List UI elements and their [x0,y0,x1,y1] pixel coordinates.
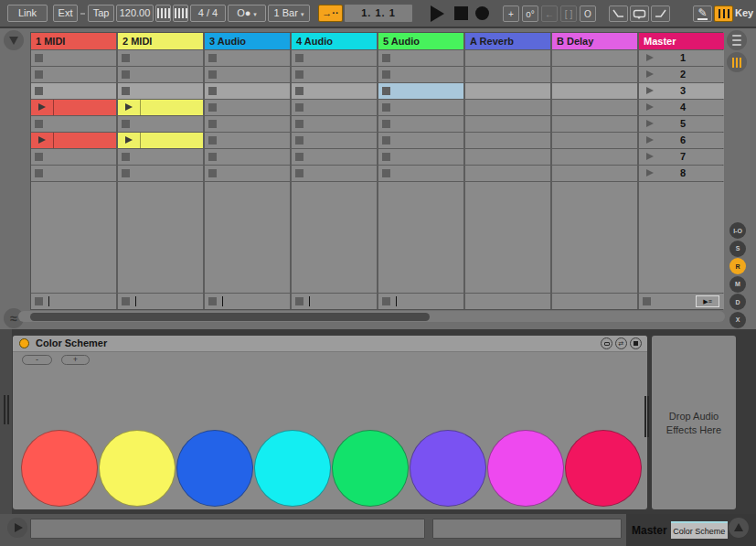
stop-all-clips-button[interactable]: ▶≡ [696,295,719,307]
key-map-button[interactable]: Key [735,7,753,18]
clip-slot[interactable] [205,116,290,132]
browser-toggle[interactable] [4,30,24,50]
clip-slot[interactable] [465,67,550,82]
clip-slot[interactable] [552,149,637,165]
scene-slot[interactable]: 2 [639,67,724,82]
scene-slot[interactable]: 4 [639,100,724,115]
clip-slot[interactable] [118,50,203,66]
color-circle[interactable] [254,430,331,507]
scene-slot[interactable]: 8 [639,166,724,181]
clip-slot[interactable] [31,50,116,66]
color-circle[interactable] [176,430,253,507]
toggle-x[interactable]: X [729,312,746,328]
clip-slot[interactable] [292,116,377,132]
clip-slot[interactable] [465,166,550,181]
clip-slot[interactable] [552,67,637,82]
tap-tempo-button[interactable]: Tap [88,5,114,22]
device-chain-item[interactable]: Color Scheme [671,521,728,539]
clip-slot[interactable] [552,50,637,66]
metronome-button[interactable]: O●▾ [228,5,266,22]
clip-slot[interactable] [118,100,203,115]
scene-slot[interactable]: 5 [639,116,724,132]
clip-slot[interactable] [378,83,463,99]
clip-slot[interactable] [292,149,377,165]
link-button[interactable]: Link [7,5,48,22]
clip-launch-button[interactable] [118,133,141,148]
detail-view-toggle[interactable] [729,518,749,538]
clip-slot[interactable] [378,133,463,148]
scene-slot[interactable]: 7 [639,149,724,165]
track-header[interactable]: 5 Audio [378,33,463,49]
color-circle[interactable] [410,430,486,507]
clip-slot[interactable] [118,83,203,99]
record-button[interactable] [473,4,491,23]
horizontal-scrollbar[interactable] [30,313,430,321]
automation-arm-button[interactable]: o° [522,5,538,22]
clip-launch-button[interactable] [118,100,141,115]
info-view-toggle[interactable] [7,518,27,538]
follow-button[interactable]: →·· [318,5,343,22]
clip-slot[interactable] [118,133,203,148]
toggle-io[interactable]: I-O [729,222,746,239]
track-header[interactable]: 2 MIDI [118,33,203,49]
toggle-s[interactable]: S [729,241,746,257]
punch-in-button[interactable] [609,5,628,22]
clip-launch-button[interactable] [31,133,54,148]
clip-slot[interactable] [378,116,463,132]
clip-slot[interactable] [31,133,116,148]
clip-slot[interactable] [205,133,290,148]
session-record-button[interactable]: O [580,5,596,22]
time-signature-field[interactable]: 4 / 4 [190,5,226,22]
track-header[interactable]: B Delay [552,33,637,49]
clip-slot[interactable] [292,83,377,99]
clip-slot[interactable] [378,50,463,66]
toggle-m[interactable]: M [729,276,746,293]
capture-button[interactable]: [ ] [560,5,577,22]
clip-slot[interactable] [552,100,637,115]
clip-slot[interactable] [31,100,116,115]
loop-button[interactable] [630,5,649,22]
color-circle[interactable] [332,430,409,507]
scene-slot[interactable]: 3 [639,83,724,99]
punch-out-button[interactable] [651,5,670,22]
clip-slot[interactable] [552,166,637,181]
color-circle[interactable] [487,430,564,507]
clip-slot[interactable] [31,149,116,165]
nudge-down-button[interactable] [155,5,171,22]
clip-slot[interactable] [205,149,290,165]
stop-button[interactable] [452,4,470,23]
toggle-d[interactable]: D [729,294,746,310]
clip-slot[interactable] [378,100,463,115]
play-button[interactable] [426,4,448,23]
color-circle[interactable] [21,430,98,507]
track-header[interactable]: A Reverb [465,33,550,49]
clip-slot[interactable] [31,83,116,99]
clip-slot[interactable] [31,116,116,132]
track-header[interactable]: 3 Audio [205,33,290,49]
clip-launch-button[interactable] [31,100,54,115]
clip-slot[interactable] [465,116,550,132]
clip-slot[interactable] [378,67,463,82]
clip-slot[interactable] [31,67,116,82]
clip-slot[interactable] [465,83,550,99]
clip-slot[interactable] [552,133,637,148]
quantization-menu[interactable]: 1 Bar▾ [268,5,310,22]
clip-slot[interactable] [465,149,550,165]
tempo-field[interactable]: 120.00 [116,5,154,22]
track-header[interactable]: 4 Audio [292,33,377,49]
clip-slot[interactable] [292,67,377,82]
clip-slot[interactable] [118,116,203,132]
clip-slot[interactable] [292,50,377,66]
draw-mode-button[interactable]: ✎ [693,5,712,22]
overdub-button[interactable]: + [503,5,519,22]
clip-slot[interactable] [118,149,203,165]
clip-slot[interactable] [292,166,377,181]
clip-slot[interactable] [378,149,463,165]
clip-slot[interactable] [205,67,290,82]
reenable-automation-button[interactable]: ← [541,5,558,22]
clip-slot[interactable] [465,100,550,115]
color-circle[interactable] [565,430,642,507]
toggle-r[interactable]: R [729,258,746,274]
clip-slot[interactable] [205,166,290,181]
clip-slot[interactable] [292,133,377,148]
